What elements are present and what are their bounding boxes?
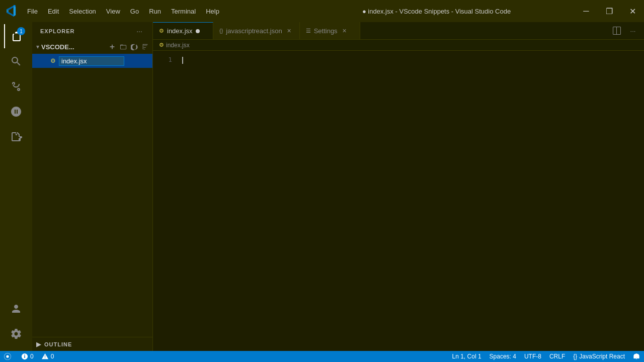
activity-source-control[interactable] <box>4 74 28 99</box>
breadcrumb-file-icon: ⚙ <box>159 42 164 48</box>
editor-content[interactable] <box>178 51 639 351</box>
file-tree: ▾ VSCODE... <box>32 40 152 337</box>
language-icon: {} <box>573 353 577 360</box>
tab-javascriptreact-json[interactable]: {} javascriptreact.json × <box>213 22 300 39</box>
sidebar-actions: ··· <box>134 26 144 36</box>
tab-close-json[interactable]: × <box>285 27 293 35</box>
line-ending-text: CRLF <box>549 353 565 360</box>
status-errors[interactable]: 0 <box>17 351 38 362</box>
window-controls: ─ ❐ ✕ <box>575 0 644 22</box>
status-cursor-position[interactable]: Ln 1, Col 1 <box>448 351 486 362</box>
main-layout: 1 <box>0 22 644 351</box>
status-notifications[interactable] <box>629 351 644 362</box>
tab-json-icon: {} <box>219 28 223 34</box>
scrollbar-vertical[interactable] <box>639 51 644 351</box>
activity-explorer[interactable]: 1 <box>4 24 28 48</box>
menu-terminal[interactable]: Terminal <box>166 0 201 22</box>
file-icon: ⚙ <box>50 57 56 64</box>
refresh-button[interactable] <box>129 42 139 52</box>
activity-bar-bottom <box>4 297 28 351</box>
folder-name: VSCODE... <box>41 43 74 51</box>
svg-point-0 <box>6 355 9 357</box>
encoding-text: UTF-8 <box>524 353 541 360</box>
activity-settings[interactable] <box>4 322 28 346</box>
folder-vscode[interactable]: ▾ VSCODE... <box>32 40 152 54</box>
tab-settings[interactable]: ☰ Settings × <box>300 22 360 39</box>
status-bar: 0 0 Ln 1, Col 1 Spaces: 4 UTF-8 CRLF {} … <box>0 351 644 362</box>
activity-bar: 1 <box>0 22 32 351</box>
more-actions-tab-button[interactable]: ··· <box>626 24 640 38</box>
status-left: 0 0 <box>0 351 58 362</box>
split-editor-button[interactable] <box>610 24 624 38</box>
file-rename-input[interactable] <box>59 56 124 66</box>
code-editor[interactable]: 1 <box>153 51 644 351</box>
new-folder-button[interactable] <box>118 42 128 52</box>
chevron-down-icon: ▾ <box>36 43 39 50</box>
status-line-ending[interactable]: CRLF <box>545 351 569 362</box>
sidebar: EXPLORER ··· ▾ VSCODE... <box>32 22 153 351</box>
title-bar: File Edit Selection View Go Run Terminal… <box>0 0 644 22</box>
activity-accounts[interactable] <box>4 297 28 321</box>
tab-modified-indicator <box>196 29 200 33</box>
window-title: ● index.jsx - VScode Snippets - Visual S… <box>298 8 575 15</box>
status-warnings-count: 0 <box>51 353 54 360</box>
close-button[interactable]: ✕ <box>621 0 644 22</box>
tab-label-json: javascriptreact.json <box>226 27 282 35</box>
chevron-right-icon: ▶ <box>36 341 41 348</box>
status-remote[interactable] <box>0 351 17 362</box>
text-cursor <box>182 57 183 64</box>
status-indentation[interactable]: Spaces: 4 <box>486 351 520 362</box>
collapse-all-button[interactable] <box>140 42 150 52</box>
minimize-button[interactable]: ─ <box>575 0 598 22</box>
menu-view[interactable]: View <box>101 0 125 22</box>
tab-label-settings: Settings <box>314 27 338 35</box>
maximize-button[interactable]: ❐ <box>598 0 621 22</box>
editor-area: ⚙ index.jsx {} javascriptreact.json × ☰ … <box>153 22 644 351</box>
menu-selection[interactable]: Selection <box>64 0 101 22</box>
menu-file[interactable]: File <box>22 0 43 22</box>
menu-edit[interactable]: Edit <box>43 0 64 22</box>
folder-actions <box>107 42 150 52</box>
tab-index-jsx[interactable]: ⚙ index.jsx <box>153 22 213 39</box>
vscode-logo <box>0 0 22 22</box>
outline-section[interactable]: ▶ OUTLINE <box>32 337 152 351</box>
status-warnings[interactable]: 0 <box>38 351 58 362</box>
tab-jsx-icon: ⚙ <box>159 28 164 34</box>
tab-settings-icon: ☰ <box>306 28 311 34</box>
language-text: JavaScript React <box>579 353 625 360</box>
sidebar-header: EXPLORER ··· <box>32 22 152 40</box>
status-language[interactable]: {} JavaScript React <box>569 351 629 362</box>
indentation-text: Spaces: 4 <box>490 353 516 360</box>
activity-run-debug[interactable] <box>4 100 28 124</box>
explorer-badge: 1 <box>17 27 25 35</box>
menu-bar: File Edit Selection View Go Run Terminal… <box>22 0 298 22</box>
status-right: Ln 1, Col 1 Spaces: 4 UTF-8 CRLF {} Java… <box>448 351 644 362</box>
tab-bar-actions: ··· <box>606 22 644 39</box>
cursor-position-text: Ln 1, Col 1 <box>452 353 481 360</box>
menu-run[interactable]: Run <box>144 0 166 22</box>
status-encoding[interactable]: UTF-8 <box>520 351 545 362</box>
activity-search[interactable] <box>4 49 28 73</box>
activity-extensions[interactable] <box>4 125 28 149</box>
breadcrumb: ⚙ index.jsx <box>153 40 644 51</box>
file-index-jsx[interactable]: ⚙ <box>32 54 152 68</box>
outline-label: OUTLINE <box>44 341 72 347</box>
line-numbers: 1 <box>153 51 178 351</box>
line-number-1: 1 <box>153 55 172 64</box>
breadcrumb-filename: index.jsx <box>166 42 190 49</box>
tab-label-index-jsx: index.jsx <box>167 27 193 35</box>
sidebar-title: EXPLORER <box>40 28 75 34</box>
new-file-button[interactable] <box>107 42 117 52</box>
status-errors-count: 0 <box>30 353 34 360</box>
menu-help[interactable]: Help <box>201 0 224 22</box>
tab-close-settings[interactable]: × <box>341 27 349 35</box>
sidebar-more-button[interactable]: ··· <box>134 26 144 36</box>
menu-go[interactable]: Go <box>125 0 144 22</box>
tab-bar: ⚙ index.jsx {} javascriptreact.json × ☰ … <box>153 22 644 40</box>
